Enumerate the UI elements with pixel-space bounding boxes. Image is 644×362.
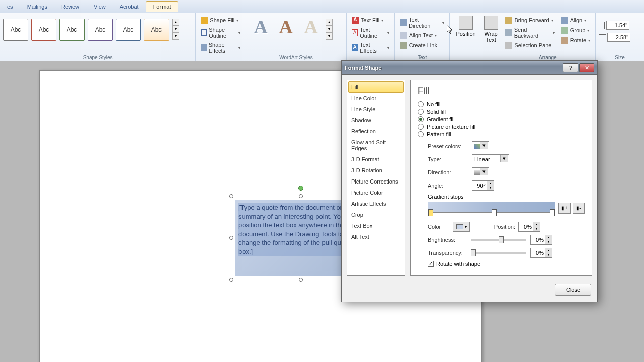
position-input[interactable]: ▴▾ <box>518 222 540 232</box>
ribbon-tab-format[interactable]: Format <box>146 1 179 12</box>
rotate-label: Rotate with shape <box>436 261 480 267</box>
category-shadow[interactable]: Shadow <box>348 115 404 126</box>
category-line-style[interactable]: Line Style <box>348 104 404 115</box>
format-shape-dialog: Format Shape ? ✕ FillLine ColorLine Styl… <box>341 60 598 302</box>
resize-handle[interactable] <box>299 194 303 198</box>
style-swatch[interactable]: Abc <box>88 19 113 41</box>
position-button[interactable]: Position <box>453 15 478 38</box>
ribbon-tab-mailings[interactable]: Mailings <box>20 2 54 12</box>
direction-combo[interactable] <box>472 167 489 177</box>
ribbon-tab-view[interactable]: View <box>87 2 113 12</box>
shape-fill-button[interactable]: Shape Fill <box>199 16 243 25</box>
style-swatch[interactable]: Abc <box>116 19 141 41</box>
wordart-style[interactable]: A <box>299 15 323 39</box>
shape-style-gallery[interactable]: Abc Abc Abc Abc Abc Abc <box>3 15 169 41</box>
gallery-up[interactable]: ▴ <box>326 19 333 26</box>
category-glow-and-soft-edges[interactable]: Glow and Soft Edges <box>348 137 404 154</box>
help-button[interactable]: ? <box>563 63 578 72</box>
wrap-text-button[interactable]: Wrap Text <box>481 15 501 44</box>
category-picture-color[interactable]: Picture Color <box>348 187 404 198</box>
link-icon <box>400 42 407 49</box>
dialog-titlebar[interactable]: Format Shape ? ✕ <box>342 61 597 75</box>
resize-handle[interactable] <box>229 236 233 240</box>
label: Bring Forward <box>514 17 549 23</box>
category-text-box[interactable]: Text Box <box>348 220 404 231</box>
selection-pane-button[interactable]: Selection Pane <box>503 41 556 50</box>
width-input[interactable] <box>607 33 630 42</box>
gallery-more[interactable]: ▾ <box>326 33 333 40</box>
align-text-button[interactable]: Align Text <box>398 31 447 40</box>
gallery-down[interactable]: ▾ <box>172 26 179 33</box>
gradient-bar[interactable] <box>428 202 555 213</box>
transparency-slider[interactable] <box>471 252 526 254</box>
style-swatch[interactable]: Abc <box>144 19 169 41</box>
gallery-down[interactable]: ▾ <box>326 26 333 33</box>
category-artistic-effects[interactable]: Artistic Effects <box>348 198 404 209</box>
text-outline-button[interactable]: AText Outline <box>350 26 391 40</box>
resize-handle[interactable] <box>229 194 233 198</box>
add-stop-button[interactable]: ▮+ <box>558 203 571 214</box>
category-crop[interactable]: Crop <box>348 209 404 220</box>
category-3-d-rotation[interactable]: 3-D Rotation <box>348 165 404 176</box>
category-3-d-format[interactable]: 3-D Format <box>348 154 404 165</box>
fill-radio-pattern-fill[interactable]: Pattern fill <box>418 131 585 137</box>
fill-radio-picture-or-texture-fill[interactable]: Picture or texture fill <box>418 124 585 130</box>
category-line-color[interactable]: Line Color <box>348 93 404 104</box>
style-swatch[interactable]: Abc <box>31 19 56 41</box>
height-input[interactable] <box>606 21 629 30</box>
category-fill[interactable]: Fill <box>348 81 404 93</box>
text-fill-button[interactable]: AText Fill <box>350 16 391 25</box>
gradient-stop[interactable] <box>550 209 555 216</box>
brightness-slider[interactable] <box>471 239 526 241</box>
radio-icon[interactable] <box>418 124 424 130</box>
style-swatch[interactable]: Abc <box>59 19 85 41</box>
type-combo[interactable]: Linear <box>472 154 509 164</box>
wordart-style[interactable]: A <box>274 15 297 39</box>
label: Create Link <box>409 42 437 48</box>
gradient-stop[interactable] <box>492 209 497 216</box>
bring-forward-button[interactable]: Bring Forward <box>503 16 556 25</box>
text-effects-button[interactable]: AText Effects <box>350 41 391 55</box>
remove-stop-button[interactable]: ▮- <box>573 203 585 214</box>
radio-label: Picture or texture fill <box>427 124 475 130</box>
gallery-up[interactable]: ▴ <box>172 19 179 26</box>
ribbon-tab-acrobat[interactable]: Acrobat <box>113 2 146 12</box>
close-dialog-button[interactable]: Close <box>555 284 591 296</box>
text-direction-button[interactable]: Text Direction <box>398 16 447 30</box>
color-button[interactable] <box>453 222 470 232</box>
transparency-input[interactable]: ▴▾ <box>530 248 552 258</box>
shape-effects-button[interactable]: Shape Effects <box>199 41 243 55</box>
align-button[interactable]: Align <box>559 16 592 25</box>
radio-icon[interactable] <box>418 131 424 137</box>
resize-handle[interactable] <box>299 278 303 282</box>
rotate-handle[interactable] <box>298 186 303 191</box>
radio-icon[interactable] <box>418 109 424 115</box>
fill-radio-solid-fill[interactable]: Solid fill <box>418 109 585 115</box>
rotate-button[interactable]: Rotate <box>559 36 592 45</box>
fill-radio-gradient-fill[interactable]: Gradient fill <box>418 116 585 122</box>
brightness-input[interactable]: ▴▾ <box>530 235 552 245</box>
wordart-style[interactable]: A <box>249 15 272 39</box>
shape-outline-button[interactable]: Shape Outline <box>199 26 243 40</box>
group-button[interactable]: Group <box>559 26 592 35</box>
close-button[interactable]: ✕ <box>579 63 594 72</box>
ribbon-tab-review[interactable]: Review <box>54 2 87 12</box>
angle-input[interactable]: ▴▾ <box>472 180 494 191</box>
gradient-stop[interactable] <box>428 209 433 216</box>
fill-radio-no-fill[interactable]: No fill <box>418 101 585 107</box>
gradient-stops-label: Gradient stops <box>428 194 464 200</box>
category-reflection[interactable]: Reflection <box>348 126 404 137</box>
transparency-label: Transparency: <box>428 250 467 256</box>
resize-handle[interactable] <box>229 278 233 282</box>
rotate-checkbox[interactable]: ✓ <box>428 261 434 267</box>
gallery-more[interactable]: ▾ <box>172 33 179 40</box>
radio-icon[interactable] <box>418 101 424 107</box>
ribbon-tab-es[interactable]: es <box>0 2 20 12</box>
radio-icon[interactable] <box>418 116 424 122</box>
create-link-button[interactable]: Create Link <box>398 41 447 50</box>
style-swatch[interactable]: Abc <box>3 19 28 41</box>
category-alt-text[interactable]: Alt Text <box>348 231 404 242</box>
preset-colors-combo[interactable] <box>472 141 489 151</box>
send-backward-button[interactable]: Send Backward <box>503 26 556 40</box>
category-picture-corrections[interactable]: Picture Corrections <box>348 176 404 187</box>
